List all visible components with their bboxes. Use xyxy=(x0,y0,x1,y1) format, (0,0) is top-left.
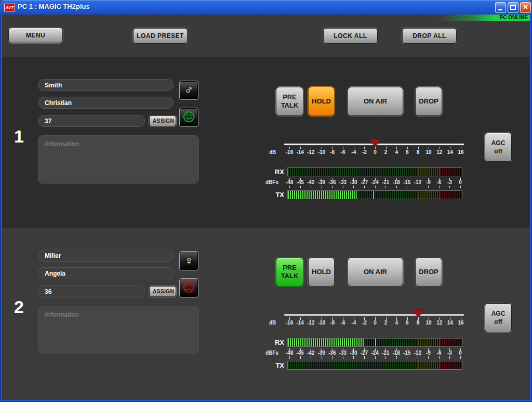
maximize-button[interactable] xyxy=(508,2,518,13)
surname-field[interactable] xyxy=(38,250,174,262)
gender-button[interactable]: ♂ xyxy=(179,81,198,100)
tx-label: TX xyxy=(257,191,284,199)
minimize-button[interactable] xyxy=(495,2,506,13)
meter-yellow-zone xyxy=(418,361,440,369)
lock-all-button[interactable]: LOCK ALL xyxy=(323,28,378,44)
meter-green-zone xyxy=(288,168,418,176)
pc-online-status-badge: PC ONLINE xyxy=(437,15,530,21)
on-air-button[interactable]: ON AIR xyxy=(348,257,403,287)
meter-green-zone xyxy=(288,361,418,369)
mood-button[interactable] xyxy=(179,278,198,297)
information-field[interactable] xyxy=(38,135,199,184)
firstname-field[interactable] xyxy=(38,267,174,279)
gain-slider-track xyxy=(284,314,464,316)
load-preset-button[interactable]: LOAD PRESET xyxy=(133,28,188,44)
mood-button[interactable] xyxy=(179,108,198,127)
pretalk-button[interactable]: PRE TALK xyxy=(276,87,303,116)
drop-all-button[interactable]: DROP ALL xyxy=(402,28,457,44)
agc-button[interactable]: AGCoff xyxy=(485,303,512,332)
maximize-icon xyxy=(510,5,516,10)
gain-tick-labels: -16-14-12-10-8-6-4-20246810121416 xyxy=(284,149,464,155)
agc-button[interactable]: AGCoff xyxy=(485,133,512,162)
smiley-sad-icon xyxy=(182,280,196,294)
drop-button[interactable]: DROP xyxy=(415,87,442,116)
drop-button[interactable]: DROP xyxy=(415,257,442,287)
window-border-right xyxy=(530,15,532,402)
gain-marker-icon[interactable] xyxy=(413,310,424,317)
gain-slider[interactable]: -16-14-12-10-8-6-4-20246810121416 xyxy=(284,310,464,332)
minimize-icon xyxy=(498,9,502,10)
close-icon: ✕ xyxy=(521,3,530,11)
meter-red-zone xyxy=(440,168,462,176)
gain-tick-labels: -16-14-12-10-8-6-4-20246810121416 xyxy=(284,320,464,326)
surname-field[interactable] xyxy=(38,79,174,91)
assign-button[interactable]: ASSIGN xyxy=(149,286,176,297)
hold-button[interactable]: HOLD xyxy=(308,87,335,116)
window-border-left xyxy=(0,15,2,402)
meter-yellow-zone xyxy=(418,168,440,176)
meter-level xyxy=(288,339,364,346)
gain-marker-icon[interactable] xyxy=(369,139,381,147)
meter-peak xyxy=(375,339,376,346)
meter-yellow-zone xyxy=(418,191,440,199)
rx-label: RX xyxy=(257,339,284,346)
age-field[interactable] xyxy=(38,286,145,297)
smiley-happy-icon xyxy=(182,110,196,124)
hold-button[interactable]: HOLD xyxy=(308,257,335,287)
information-field[interactable] xyxy=(38,306,199,354)
meter-red-zone xyxy=(440,191,462,199)
level-ticks-bottom xyxy=(284,186,464,188)
tx-meter xyxy=(287,190,462,199)
level-tick-labels: -48-45-42-39-36-33-30-27-24-21-18-15-12-… xyxy=(284,179,464,186)
female-icon: ♀ xyxy=(184,254,193,267)
assign-button[interactable]: ASSIGN xyxy=(149,115,176,126)
meter-peak xyxy=(373,191,374,199)
firstname-field[interactable] xyxy=(38,97,174,109)
caller-line-2: 2 ASSIGN ♀ PRE TALK HOLD ON AIR DROP AGC… xyxy=(0,228,532,400)
menu-button[interactable]: MENU xyxy=(8,28,63,43)
level-tick-labels: -48-45-42-39-36-33-30-27-24-21-18-15-12-… xyxy=(284,350,464,356)
line-number: 2 xyxy=(14,297,24,317)
dbfs-unit-label: dBFs xyxy=(265,179,278,185)
dbfs-unit-label: dBFs xyxy=(265,350,278,356)
gain-slider[interactable]: -16-14-12-10-8-6-4-20246810121416 xyxy=(284,139,464,161)
line-number: 1 xyxy=(14,126,24,147)
rx-label: RX xyxy=(257,168,284,176)
window-border-bottom xyxy=(0,400,532,402)
pretalk-button[interactable]: PRE TALK xyxy=(276,257,303,287)
application-window: AVT PC 1 : MAGIC TH2plus ✕ PC ONLINE MEN… xyxy=(0,0,532,402)
close-button[interactable]: ✕ xyxy=(520,2,531,13)
on-air-button[interactable]: ON AIR xyxy=(348,87,403,116)
caller-line-1: 1 ASSIGN ♂ PRE TALK HOLD ON AIR DROP AGC… xyxy=(0,57,532,228)
db-unit-label: dB xyxy=(269,320,276,326)
meter-level xyxy=(288,191,357,199)
tx-meter xyxy=(287,361,462,370)
rx-meter xyxy=(287,167,462,176)
window-title: PC 1 : MAGIC TH2plus xyxy=(18,3,90,10)
age-field[interactable] xyxy=(38,115,145,127)
title-bar[interactable]: AVT PC 1 : MAGIC TH2plus ✕ xyxy=(0,0,532,15)
gender-button[interactable]: ♀ xyxy=(179,251,198,270)
rx-meter xyxy=(287,338,462,347)
meter-yellow-zone xyxy=(418,339,440,346)
avt-logo-icon: AVT xyxy=(4,4,15,11)
meter-red-zone xyxy=(440,361,462,369)
level-ticks-bottom xyxy=(284,356,464,359)
meter-red-zone xyxy=(440,339,462,346)
db-unit-label: dB xyxy=(269,149,276,155)
tx-label: TX xyxy=(257,361,284,369)
male-icon: ♂ xyxy=(184,83,193,97)
